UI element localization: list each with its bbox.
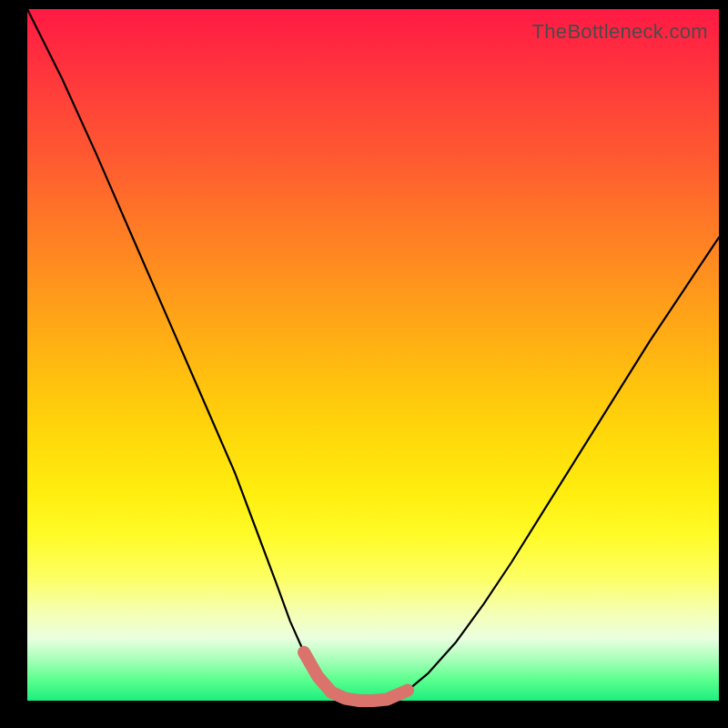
bottleneck-curve: [27, 9, 719, 701]
curve-svg: [27, 9, 719, 701]
chart-frame: TheBottleneck.com: [0, 0, 728, 728]
plot-area: TheBottleneck.com: [27, 9, 719, 701]
minimum-marker: [304, 652, 408, 701]
